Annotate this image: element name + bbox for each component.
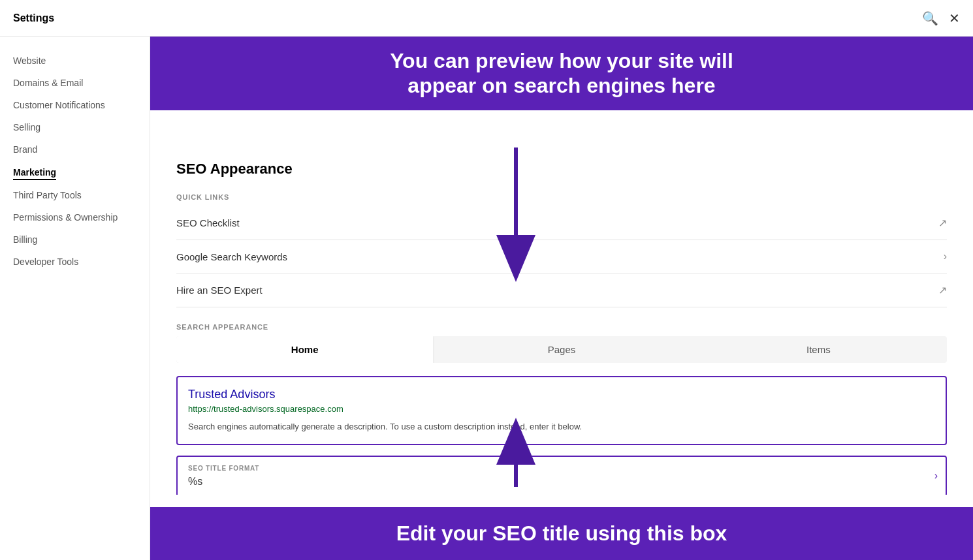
section-title: SEO Appearance: [176, 161, 947, 178]
sidebar-item-permissions-ownership[interactable]: Permissions & Ownership: [0, 206, 150, 228]
link-row-seo-checklist[interactable]: SEO Checklist ↗: [176, 206, 947, 240]
sidebar: Website Domains & Email Customer Notific…: [0, 37, 150, 560]
external-link-icon-2: ↗: [938, 284, 947, 296]
google-keywords-label: Google Search Keywords: [176, 251, 287, 262]
close-icon[interactable]: ✕: [949, 10, 960, 26]
sidebar-item-third-party-tools[interactable]: Third Party Tools: [0, 184, 150, 206]
sidebar-item-marketing-label: Marketing: [13, 167, 56, 180]
chevron-right-icon: ›: [944, 251, 947, 262]
link-row-google-keywords[interactable]: Google Search Keywords ›: [176, 240, 947, 273]
quick-links-label: QUICK LINKS: [176, 193, 947, 201]
annotation-top-line1: You can preview how your site will: [390, 49, 733, 72]
sidebar-item-brand[interactable]: Brand: [0, 138, 150, 161]
settings-title: Settings: [13, 12, 54, 24]
header-actions: 🔍 ✕: [922, 10, 960, 26]
header: Settings 🔍 ✕: [0, 0, 973, 37]
main-content: You can preview how your site will appea…: [150, 37, 973, 560]
link-row-seo-expert[interactable]: Hire an SEO Expert ↗: [176, 273, 947, 307]
annotation-top-banner: You can preview how your site will appea…: [150, 37, 973, 110]
preview-card-description: Search engines automatically generate a …: [188, 420, 935, 433]
sidebar-item-customer-notifications[interactable]: Customer Notifications: [0, 94, 150, 116]
annotation-top-text: You can preview how your site will appea…: [176, 48, 947, 99]
tab-pages[interactable]: Pages: [433, 336, 690, 363]
content-area: SEO Appearance QUICK LINKS SEO Checklist…: [150, 148, 973, 495]
annotation-bottom-banner: Edit your SEO title using this box: [150, 507, 973, 560]
preview-card: Trusted Advisors https://trusted-advisor…: [176, 376, 947, 445]
tabs-container: Home Pages Items: [176, 336, 947, 363]
sidebar-item-marketing[interactable]: Marketing: [0, 161, 150, 184]
search-icon[interactable]: 🔍: [922, 10, 938, 26]
sidebar-item-domains-email[interactable]: Domains & Email: [0, 72, 150, 94]
seo-title-field[interactable]: SEO TITLE FORMAT %s ›: [176, 456, 947, 495]
tab-home[interactable]: Home: [176, 336, 433, 363]
seo-expert-label: Hire an SEO Expert: [176, 285, 263, 296]
seo-title-value: %s: [188, 476, 935, 488]
sidebar-item-developer-tools[interactable]: Developer Tools: [0, 251, 150, 273]
seo-checklist-label: SEO Checklist: [176, 217, 240, 228]
seo-field-expand-icon: ›: [934, 470, 938, 482]
search-appearance-label: SEARCH APPEARANCE: [176, 323, 947, 331]
preview-card-title: Trusted Advisors: [188, 388, 935, 401]
seo-title-label: SEO TITLE FORMAT: [188, 465, 935, 472]
layout: Website Domains & Email Customer Notific…: [0, 37, 973, 560]
annotation-bottom-text: Edit your SEO title using this box: [176, 521, 947, 546]
sidebar-item-billing[interactable]: Billing: [0, 228, 150, 251]
annotation-top-line2: appear on search engines here: [407, 74, 715, 97]
external-link-icon: ↗: [938, 217, 947, 229]
tab-items[interactable]: Items: [690, 336, 947, 363]
sidebar-item-website[interactable]: Website: [0, 50, 150, 72]
preview-card-url: https://trusted-advisors.squarespace.com: [188, 404, 935, 414]
sidebar-item-selling[interactable]: Selling: [0, 116, 150, 138]
